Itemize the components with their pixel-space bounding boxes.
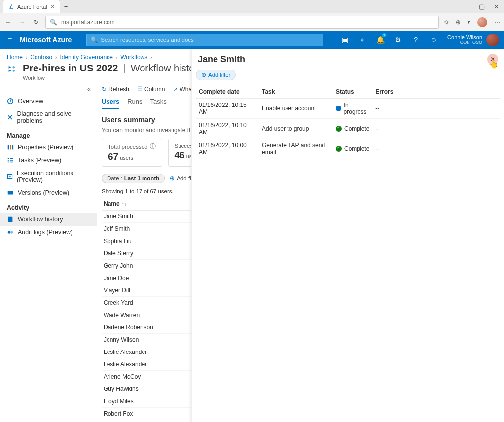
feedback-icon[interactable]: ☺ xyxy=(425,31,442,49)
azure-favicon-icon xyxy=(8,4,14,10)
cell-task: Generate TAP and send email xyxy=(259,139,333,159)
close-icon: ✕ xyxy=(490,56,495,63)
status-icon xyxy=(336,126,342,132)
table-row[interactable]: 01/16/2022, 10:15 AMEnable user accountI… xyxy=(196,99,500,119)
col-status[interactable]: Status xyxy=(333,85,372,99)
svg-point-2 xyxy=(12,70,15,72)
nav-tasks[interactable]: Tasks (Preview) xyxy=(0,154,97,167)
card-value: 67 xyxy=(108,151,118,162)
table-row[interactable]: 01/16/2022, 10:00 AMGenerate TAP and sen… xyxy=(196,139,500,159)
nav-label: Properties (Preview) xyxy=(18,144,73,151)
cell-status: Complete xyxy=(333,139,372,159)
directory-filter-icon[interactable]: ⌖ xyxy=(354,31,371,49)
detail-title: Jane Smith xyxy=(198,54,245,65)
column-button[interactable]: ☰Column xyxy=(137,86,165,93)
nav-exec-conditions[interactable]: Execution conditions (Preview) xyxy=(0,167,97,186)
tab-runs[interactable]: Runs xyxy=(127,98,142,109)
nav-back-button[interactable]: ← xyxy=(4,18,13,27)
link-icon: ↗ xyxy=(173,86,178,93)
search-icon: 🔍 xyxy=(50,19,57,26)
global-search-input[interactable]: 🔍 Search resources, services and docs xyxy=(86,34,323,46)
status-icon xyxy=(336,106,341,111)
browser-profile-avatar[interactable] xyxy=(477,17,487,27)
nav-refresh-button[interactable]: ↻ xyxy=(32,18,40,27)
reading-icon[interactable]: ▾ xyxy=(468,19,470,25)
browser-tab[interactable]: Azure Portal ✕ xyxy=(3,0,60,13)
tasks-icon xyxy=(7,157,14,164)
nav-properties[interactable]: Properties (Preview) xyxy=(0,141,97,154)
tab-users[interactable]: Users xyxy=(102,98,119,109)
breadcrumb-item[interactable]: Workflows xyxy=(120,54,147,61)
col-task[interactable]: Task xyxy=(259,85,333,99)
window-minimize-icon[interactable]: — xyxy=(464,3,470,10)
azure-brand[interactable]: Microsoft Azure xyxy=(20,36,86,44)
close-pane-button[interactable]: ✕ 👆 xyxy=(487,54,498,65)
tasks-table: Complete date Task Status Errors 01/16/2… xyxy=(196,85,500,159)
col-complete-date[interactable]: Complete date xyxy=(196,85,259,99)
url-input[interactable]: 🔍 ms.portal.azure.com xyxy=(45,16,439,29)
account-menu[interactable]: Connie Wilson CONTOSO xyxy=(442,34,504,46)
whats-new-button[interactable]: ↗What xyxy=(173,86,193,93)
detail-add-filter-button[interactable]: ⊕ Add filter xyxy=(196,70,236,80)
nav-workflow-history[interactable]: Workflow history xyxy=(0,213,97,226)
properties-icon xyxy=(7,144,14,151)
nav-versions[interactable]: Versions (Preview) xyxy=(0,186,97,199)
breadcrumb-item[interactable]: Home xyxy=(7,54,23,61)
tab-close-icon[interactable]: ✕ xyxy=(50,3,55,10)
svg-point-11 xyxy=(8,231,10,233)
url-text: ms.portal.azure.com xyxy=(61,19,115,26)
nav-label: Workflow history xyxy=(18,216,63,223)
table-row[interactable]: 01/16/2022, 10:10 AMAdd user to groupCom… xyxy=(196,119,500,139)
nav-section-activity: Activity xyxy=(0,199,97,213)
sort-icon: ↑↓ xyxy=(122,201,127,207)
svg-rect-10 xyxy=(8,217,13,222)
cell-errors: -- xyxy=(372,119,500,139)
svg-point-12 xyxy=(10,231,13,233)
help-icon[interactable]: ? xyxy=(407,31,425,49)
breadcrumb-item[interactable]: Contoso xyxy=(30,54,52,61)
cell-date: 01/16/2022, 10:00 AM xyxy=(196,139,259,159)
refresh-button[interactable]: ↻Refresh xyxy=(102,86,129,93)
nav-label: Versions (Preview) xyxy=(18,189,69,196)
info-icon[interactable]: ⓘ xyxy=(150,143,156,150)
col-errors[interactable]: Errors xyxy=(372,85,500,99)
date-filter-chip[interactable]: Date : Last 1 month xyxy=(102,174,165,183)
tab-tasks[interactable]: Tasks xyxy=(150,98,167,109)
new-tab-button[interactable]: + xyxy=(60,3,72,10)
collapse-nav-button[interactable]: « xyxy=(0,84,97,95)
nav-audit-logs[interactable]: Audit logs (Preview) xyxy=(0,226,97,239)
filter-icon: ⊕ xyxy=(170,175,175,182)
browser-menu-icon[interactable]: ⋯ xyxy=(494,19,500,26)
chevron-right-icon: › xyxy=(150,55,152,60)
window-close-icon[interactable]: ✕ xyxy=(494,3,499,10)
chevron-right-icon: › xyxy=(55,55,57,60)
add-filter-button[interactable]: ⊕ Add filt xyxy=(170,175,194,182)
svg-marker-0 xyxy=(9,4,13,8)
nav-diagnose[interactable]: Diagnose and solve problems xyxy=(0,107,97,127)
nav-label: Audit logs (Preview) xyxy=(18,229,72,236)
cell-errors: -- xyxy=(372,139,500,159)
workflow-icon xyxy=(7,63,18,74)
notifications-badge: 1 xyxy=(382,33,387,37)
tenant-name: CONTOSO xyxy=(447,40,482,45)
favorite-icon[interactable]: ✩ xyxy=(444,19,449,26)
content-area: Home› Contoso› Identity Governance› Work… xyxy=(0,49,504,422)
svg-rect-9 xyxy=(8,191,13,195)
nav-overview[interactable]: Overview xyxy=(0,95,97,107)
search-placeholder: Search resources, services and docs xyxy=(101,37,194,43)
card-total-processed: Total processed ⓘ 67users xyxy=(102,139,162,167)
browser-tab-bar: Azure Portal ✕ + — ▢ ✕ xyxy=(0,0,504,13)
breadcrumb-item[interactable]: Identity Governance xyxy=(60,54,112,61)
cell-errors: -- xyxy=(372,99,500,119)
nav-forward-button: → xyxy=(18,18,27,27)
notifications-icon[interactable]: 🔔1 xyxy=(371,31,389,49)
columns-icon: ☰ xyxy=(137,86,143,93)
cell-status: Complete xyxy=(333,119,372,139)
cloud-shell-icon[interactable]: ▣ xyxy=(336,31,354,49)
portal-menu-button[interactable]: ≡ xyxy=(0,36,20,44)
window-maximize-icon[interactable]: ▢ xyxy=(479,3,485,10)
azure-top-bar: ≡ Microsoft Azure 🔍 Search resources, se… xyxy=(0,31,504,49)
collections-icon[interactable]: ⊕ xyxy=(456,19,461,26)
history-icon xyxy=(7,216,14,223)
settings-icon[interactable]: ⚙ xyxy=(389,31,407,49)
